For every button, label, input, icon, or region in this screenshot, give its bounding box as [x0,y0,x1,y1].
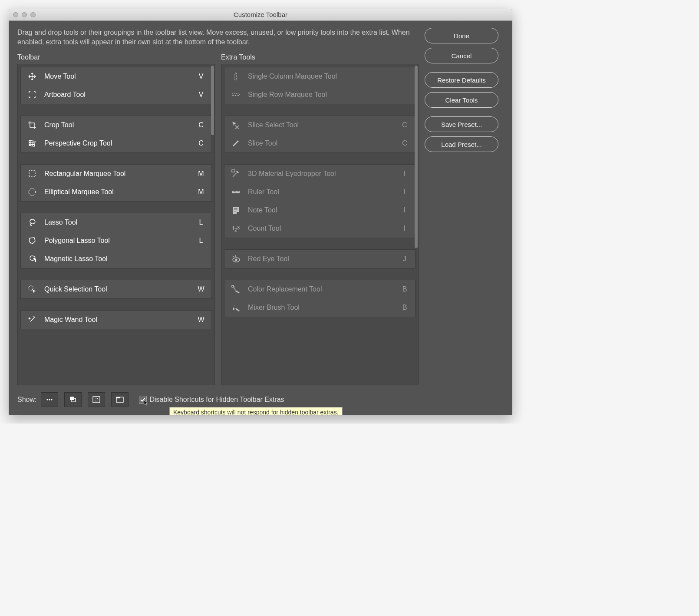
save-preset-button[interactable]: Save Preset... [425,116,498,132]
svg-rect-25 [70,397,74,400]
tool-row[interactable]: Single Row Marquee Tool [224,86,415,104]
tool-shortcut: M [197,188,205,196]
tool-name: Red Eye Tool [248,255,393,263]
close-window-button[interactable] [13,12,18,17]
artboard-icon [27,89,37,100]
done-button[interactable]: Done [425,28,498,43]
tool-name: Move Tool [44,73,190,80]
rect-marquee-icon [27,169,37,179]
toolbar-label: Toolbar [17,53,215,64]
show-screenmode-button[interactable] [111,392,129,407]
show-dots-button[interactable] [41,392,58,407]
slice-select-icon [231,120,241,130]
tool-group[interactable]: Rectangular Marquee ToolMElliptical Marq… [20,164,212,202]
color-replace-icon [231,284,241,295]
svg-rect-5 [232,170,235,172]
tool-row[interactable]: Magic Wand ToolW [21,311,211,329]
quick-select-icon [27,284,37,295]
tool-shortcut: I [400,206,409,214]
extra-tools-label: Extra Tools [221,53,419,64]
scrollbar-thumb[interactable] [415,66,418,248]
window-controls [9,12,36,17]
minimize-window-button[interactable] [22,12,27,17]
tool-name: Magic Wand Tool [44,316,190,324]
tool-group[interactable]: Red Eye ToolJ [224,249,415,268]
svg-rect-20 [232,285,234,287]
redeye-icon [231,254,241,264]
tool-group[interactable]: Quick Selection ToolW [20,280,212,299]
tool-name: Note Tool [248,206,393,214]
tool-shortcut: L [197,237,205,245]
tool-name: Mixer Brush Tool [248,304,393,311]
tool-row[interactable]: Red Eye ToolJ [224,250,415,268]
restore-defaults-button[interactable]: Restore Defaults [425,72,498,88]
svg-rect-3 [235,73,237,80]
tool-shortcut: C [197,121,205,129]
tool-row[interactable]: Rectangular Marquee ToolM [21,165,211,183]
svg-point-1 [29,189,36,195]
tool-row[interactable]: Perspective Crop ToolC [21,134,211,152]
load-preset-button[interactable]: Load Preset... [425,136,498,152]
tool-row[interactable]: Magnetic Lasso Tool [21,250,211,268]
tool-row[interactable]: Polygonal Lasso ToolL [21,232,211,250]
clear-tools-button[interactable]: Clear Tools [425,92,498,108]
tool-name: Rectangular Marquee Tool [44,170,190,178]
tool-shortcut: C [197,139,205,147]
svg-rect-0 [29,171,35,177]
tool-row[interactable]: Color Replacement ToolB [224,280,415,298]
toolbar-list[interactable]: Move ToolVArtboard ToolVCrop ToolCPerspe… [17,64,215,385]
svg-point-27 [95,398,98,401]
extra-tools-list[interactable]: Single Column Marquee ToolSingle Row Mar… [221,64,419,385]
cancel-button[interactable]: Cancel [425,48,498,63]
tool-shortcut: M [197,170,205,178]
tool-group[interactable]: 3D Material Eyedropper ToolIRuler ToolIN… [224,164,415,238]
tool-shortcut: V [197,73,205,80]
tool-name: Magnetic Lasso Tool [44,255,190,263]
tool-name: Single Column Marquee Tool [248,73,393,80]
tool-row[interactable]: Move ToolV [21,67,211,86]
tool-row[interactable]: 123Count ToolI [224,219,415,238]
tool-group[interactable]: Single Column Marquee ToolSingle Row Mar… [224,67,415,104]
tool-name: Single Row Marquee Tool [248,91,393,99]
tool-name: Artboard Tool [44,91,190,99]
tool-row[interactable]: Slice Select ToolC [224,116,415,134]
show-fg-bg-button[interactable] [64,392,82,407]
tool-shortcut: C [400,139,409,147]
tool-group[interactable]: Lasso ToolLPolygonal Lasso ToolLMagnetic… [20,213,212,268]
tool-row[interactable]: Elliptical Marquee ToolM [21,183,211,201]
magic-wand-icon [27,315,37,325]
tool-name: Polygonal Lasso Tool [44,237,190,245]
tool-group[interactable]: Move ToolVArtboard ToolV [20,67,212,104]
disable-shortcuts-checkbox[interactable] [139,396,147,404]
svg-point-2 [29,286,33,290]
tool-row[interactable]: Artboard ToolV [21,86,211,104]
slice-icon [231,138,241,149]
tool-group[interactable]: Magic Wand ToolW [20,310,212,329]
tool-shortcut: L [197,219,205,226]
tool-row[interactable]: Note ToolI [224,201,415,219]
tool-group[interactable]: Slice Select ToolCSlice ToolC [224,116,415,153]
tool-group[interactable]: Crop ToolCPerspective Crop ToolC [20,116,212,153]
zoom-window-button[interactable] [30,12,36,17]
svg-point-22 [49,399,50,401]
move-icon [27,71,37,82]
tool-row[interactable]: 3D Material Eyedropper ToolI [224,165,415,183]
tool-row[interactable]: Single Column Marquee Tool [224,67,415,86]
tool-name: Count Tool [248,225,393,232]
tool-name: Ruler Tool [248,188,393,196]
tool-row[interactable]: Ruler ToolI [224,183,415,201]
tooltip: Keyboard shortcuts will not respond for … [169,407,343,415]
tool-row[interactable]: Lasso ToolL [21,213,211,232]
tool-group[interactable]: Color Replacement ToolBMixer Brush ToolB [224,280,415,317]
lasso-icon [27,217,37,228]
tool-row[interactable]: Quick Selection ToolW [21,280,211,298]
tool-row[interactable]: Slice ToolC [224,134,415,152]
eyedrop-3d-icon [231,169,241,179]
tool-row[interactable]: Crop ToolC [21,116,211,134]
scrollbar-thumb[interactable] [211,66,214,135]
tool-name: Crop Tool [44,121,190,129]
svg-point-23 [51,399,53,401]
tool-row[interactable]: Mixer Brush ToolB [224,298,415,317]
show-quickmask-button[interactable] [88,392,105,407]
tool-name: Slice Tool [248,139,393,147]
